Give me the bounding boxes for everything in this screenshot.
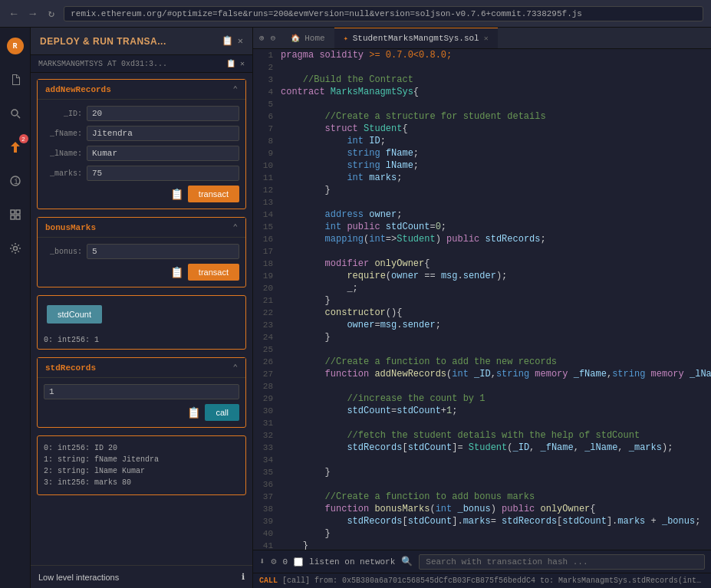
code-line-13: 13 [253,196,711,209]
field-input-id[interactable] [87,106,239,121]
add-new-records-btn-row: 📋 transact [44,186,239,202]
add-new-records-transact-btn[interactable]: transact [188,186,239,202]
std-records-header: stdRecords ⌃ [38,358,245,378]
std-records-input-row [44,384,239,399]
code-line-35: 35 } [253,466,711,478]
code-line-8: 8 int ID; [253,135,711,147]
field-label-bonus: _bonus: [44,248,82,256]
code-line-19: 19 require(owner == msg.sender); [253,270,711,282]
listen-network-checkbox[interactable] [294,557,303,567]
tx-label: CALL [259,577,278,585]
std-count-block: stdCount 0: int256: 1 [37,295,246,350]
field-row-marks: _marks: [44,166,239,181]
low-level-info-icon[interactable]: ℹ [242,572,245,582]
bonus-marks-chevron[interactable]: ⌃ [232,222,238,232]
status-search-icon[interactable]: 🔍 [401,556,413,567]
zoom-in-btn[interactable]: ⊕ [259,33,265,43]
code-line-34: 34 [253,454,711,466]
tab-home[interactable]: 🏠 Home [281,28,334,48]
search-transaction-input[interactable] [419,554,705,570]
code-line-36: 36 [253,478,711,491]
status-down-icon[interactable]: ⬇ [259,556,265,567]
records-result-block: 0: int256: ID 20 1: string: fName Jitend… [37,435,246,495]
main-layout: R 2 i DEPLOY & RUN TRANSA... 📋 ✕ [0,28,711,588]
sidebar-item-debug[interactable]: i [5,170,26,192]
status-settings-icon[interactable]: ⚙ [271,556,276,567]
deploy-content: addNewRecords ⌃ _ID: _fName: _lName: [31,73,252,565]
code-line-29: 29 //increase the count by 1 [253,393,711,405]
std-records-copy-btn[interactable]: 📋 [187,406,200,419]
field-input-lname[interactable] [87,146,239,161]
code-line-25: 25 [253,343,711,356]
browser-bar: ← → ↻ [0,0,711,28]
deploy-badge: 2 [19,134,28,143]
tx-text: [call] from: 0x5B380a6a701c568545dCfcB03… [282,577,705,585]
code-line-22: 22 constructor(){ [253,307,711,319]
std-records-chevron[interactable]: ⌃ [232,363,238,373]
field-row-fname: _fName: [44,126,239,141]
contract-close-icon[interactable]: ✕ [240,59,245,68]
zoom-out-btn[interactable]: ⊖ [271,33,276,43]
std-records-call-btn[interactable]: call [205,404,239,421]
svg-rect-4 [11,210,15,214]
code-line-2: 2 [253,61,711,74]
code-line-17: 17 [253,245,711,258]
forward-button[interactable]: → [26,6,38,21]
field-row-bonus: _bonus: [44,244,239,259]
refresh-button[interactable]: ↻ [45,5,58,21]
code-line-38: 38 function bonusMarks(int _bonus) publi… [253,503,711,515]
code-line-16: 16 mapping(int=>Student) public stdRecor… [253,233,711,245]
std-records-title: stdRecords [45,363,96,373]
close-deploy-icon[interactable]: ✕ [238,35,243,47]
deploy-header: DEPLOY & RUN TRANSA... 📋 ✕ [31,28,252,55]
code-line-7: 7 struct Student{ [253,123,711,135]
std-records-input[interactable] [44,384,239,399]
sidebar-item-file[interactable] [5,69,26,90]
code-line-9: 9 string fName; [253,147,711,159]
contract-copy-icon[interactable]: 📋 [226,59,235,68]
bonus-marks-transact-btn[interactable]: transact [188,264,239,281]
deploy-title: DEPLOY & RUN TRANSA... [40,36,166,47]
result-item-0: 0: int256: ID 20 [44,442,239,454]
std-count-btn[interactable]: stdCount [47,305,102,324]
icon-sidebar: R 2 i [0,28,31,588]
editor-tabs: ⊕ ⊖ 🏠 Home ✦ StudentMarksMangmtSys.sol ✕ [253,28,711,49]
copy-icon[interactable]: 📋 [222,35,233,47]
bonus-marks-copy-btn[interactable]: 📋 [170,266,183,278]
code-line-18: 18 modifier onlyOwner{ [253,258,711,270]
sidebar-item-deploy[interactable]: 2 [5,136,26,158]
sol-tab-close[interactable]: ✕ [484,34,489,43]
sidebar-item-settings[interactable] [5,238,26,259]
code-editor[interactable]: 1 pragma solidity >= 0.7.0<0.8.0; 2 3 //… [253,49,711,550]
code-line-4: 4 contract MarksManagmtSys{ [253,86,711,98]
code-line-32: 32 //fetch the student details with the … [253,429,711,442]
std-records-body: 📋 call [38,378,245,427]
field-input-fname[interactable] [87,126,239,141]
field-input-bonus[interactable] [87,244,239,259]
svg-text:i: i [14,178,18,186]
field-label-lname: _lName: [44,149,82,158]
sidebar-item-logo[interactable]: R [5,35,26,57]
address-bar[interactable] [64,6,703,21]
code-line-1: 1 pragma solidity >= 0.7.0<0.8.0; [253,49,711,61]
back-button[interactable]: ← [8,6,20,21]
sol-tab-icon: ✦ [344,34,348,43]
code-line-40: 40 } [253,527,711,540]
bonus-marks-title: bonusMarks [45,223,96,232]
svg-rect-6 [11,215,15,219]
field-input-marks[interactable] [87,166,239,181]
home-tab-label: Home [304,34,324,43]
field-label-id: _ID: [44,110,82,118]
bonus-marks-btn-row: 📋 transact [44,264,239,281]
code-line-33: 33 stdRecords[stdCount]= Student(_ID, _f… [253,442,711,454]
low-level-label: Low level interactions [38,573,119,582]
add-new-records-copy-btn[interactable]: 📋 [170,188,183,200]
contract-address: MARKSMANGMTSYS AT 0xd31:3... [38,60,167,68]
add-new-records-chevron[interactable]: ⌃ [232,84,238,94]
sidebar-item-search[interactable] [5,103,26,124]
tx-log: CALL [call] from: 0x5B380a6a701c568545dC… [253,573,711,588]
code-line-27: 27 function addNewRecords(int _ID,string… [253,368,711,380]
sidebar-item-plugin[interactable] [5,204,26,225]
svg-line-1 [17,116,20,119]
tab-sol[interactable]: ✦ StudentMarksMangmtSys.sol ✕ [334,28,498,48]
